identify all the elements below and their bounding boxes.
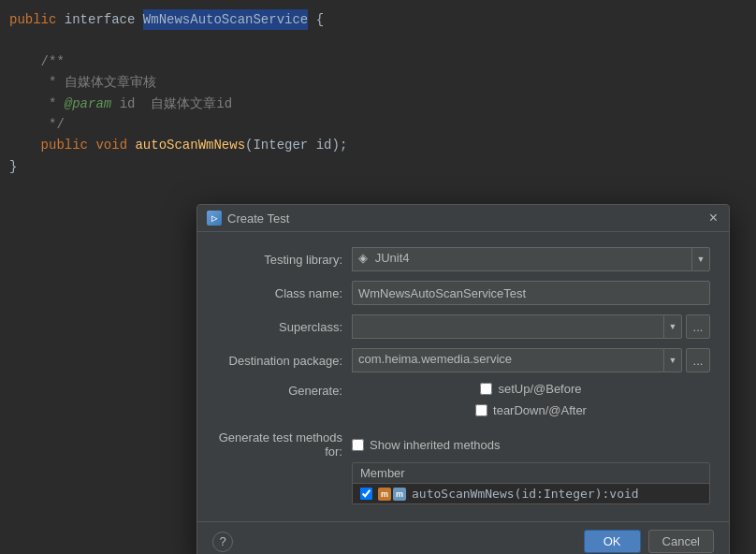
close-brace: } [9, 156, 17, 177]
code-line-jdoc2: * 自媒体文章审核 [0, 72, 756, 93]
member-table-header: Member [353, 463, 709, 484]
superclass-control: ▼ ... [352, 314, 710, 339]
class-name-row: Class name: [216, 281, 710, 305]
code-line-jdoc4: */ [0, 114, 756, 135]
junit-icon: ▷ [207, 211, 222, 226]
code-line-closebrace: } [0, 156, 756, 177]
dest-package-value: com.heima.wemedia.service [352, 348, 663, 372]
method-signature: autoScanWmNews(id:Integer):void [412, 487, 639, 501]
superclass-row: Superclass: ▼ ... [216, 314, 710, 339]
dialog-footer: ? OK Cancel [197, 521, 729, 554]
dest-package-select-wrap[interactable]: com.heima.wemedia.service ▼ [352, 348, 682, 372]
dialog-titlebar: ▷ Create Test × [197, 205, 729, 232]
destination-package-label: Destination package: [216, 354, 352, 368]
keyword-public: public [9, 9, 65, 30]
class-name-input[interactable] [352, 281, 710, 305]
teardown-label: tearDown/@After [493, 403, 587, 417]
show-inherited-wrap: Show inherited methods [352, 438, 500, 452]
footer-buttons: OK Cancel [584, 530, 714, 553]
dest-package-display: com.heima.wemedia.service [358, 352, 512, 366]
generate-row: Generate: setUp/@Before tearDown/@After [216, 382, 710, 421]
method-icons: m m [378, 488, 406, 501]
code-line-method: public void autoScanWmNews(Integer id); [0, 135, 756, 155]
superclass-select-wrap[interactable]: ▼ [352, 314, 682, 339]
code-line-1: public interface WmNewsAutoScanService { [0, 9, 756, 30]
code-line-jdoc3: * @param id 自媒体文章id [0, 94, 756, 114]
generate-test-label: Generate test methods for: [216, 430, 352, 459]
dialog-close-button[interactable]: × [707, 211, 720, 226]
superclass-dropdown-arrow[interactable]: ▼ [663, 314, 682, 339]
param-tag: @param [65, 94, 111, 114]
superclass-label: Superclass: [216, 320, 352, 334]
member-table-section: Member m m autoScanWmNews(id:Integer):vo… [216, 462, 710, 504]
testing-library-value: ◈ JUnit4 [352, 247, 691, 271]
testing-library-control: ◈ JUnit4 ▼ [352, 247, 710, 271]
keyword-interface: interface [65, 9, 143, 30]
class-name-control [352, 281, 710, 305]
show-inherited-checkbox[interactable] [352, 439, 364, 451]
dest-package-dropdown-arrow[interactable]: ▼ [663, 348, 682, 372]
destination-package-control: com.heima.wemedia.service ▼ ... [352, 348, 710, 372]
comment-text: id 自媒体文章id [111, 94, 232, 114]
class-name-label: Class name: [216, 286, 352, 300]
testing-library-select-wrap[interactable]: ◈ JUnit4 ▼ [352, 247, 710, 271]
teardown-checkbox-row: tearDown/@After [475, 403, 587, 417]
dialog-app-icon: ▷ [207, 211, 222, 226]
keyword-public2: public [9, 135, 95, 155]
create-test-dialog: ▷ Create Test × Testing library: ◈ JUnit… [196, 204, 730, 554]
testing-library-row: Testing library: ◈ JUnit4 ▼ [216, 247, 710, 271]
method-params: (Integer id); [245, 135, 347, 155]
superclass-dots-button[interactable]: ... [686, 314, 710, 339]
ok-button[interactable]: OK [584, 530, 641, 553]
generate-label: Generate: [216, 382, 352, 398]
m-icon: m [378, 488, 391, 501]
setup-label: setUp/@Before [498, 382, 581, 396]
comment-text: /** [9, 51, 65, 72]
dialog-title-text: Create Test [227, 211, 289, 226]
testing-library-dropdown-arrow[interactable]: ▼ [691, 247, 710, 271]
table-row: m m autoScanWmNews(id:Integer):void [353, 484, 709, 503]
destination-package-row: Destination package: com.heima.wemedia.s… [216, 348, 710, 372]
teardown-checkbox[interactable] [475, 404, 487, 416]
code-line-jdoc1: /** [0, 51, 756, 72]
open-brace: { [308, 9, 324, 30]
keyword-void: void [95, 135, 135, 155]
testing-library-label: Testing library: [216, 253, 352, 267]
dialog-body: Testing library: ◈ JUnit4 ▼ Class name: … [197, 232, 729, 514]
interface-name: WmNewsAutoScanService [143, 9, 308, 30]
show-inherited-label: Show inherited methods [370, 438, 500, 452]
comment-text: */ [9, 114, 65, 135]
member-table: Member m m autoScanWmNews(id:Integer):vo… [352, 462, 710, 504]
method-checkbox[interactable] [360, 488, 372, 500]
generate-test-methods-row: Generate test methods for: Show inherite… [216, 430, 710, 459]
cancel-button[interactable]: Cancel [648, 530, 714, 553]
setup-checkbox[interactable] [480, 383, 492, 395]
generate-checkboxes: setUp/@Before tearDown/@After [352, 382, 710, 421]
member-column-label: Member [360, 466, 405, 480]
junit-badge-icon: ◈ [358, 251, 368, 265]
testing-library-display: JUnit4 [375, 251, 410, 265]
method-name: autoScanWmNews [135, 135, 245, 155]
comment-text: * [9, 94, 65, 114]
comment-text: * 自媒体文章审核 [9, 72, 156, 93]
dest-package-dots-button[interactable]: ... [686, 348, 710, 372]
m2-icon: m [393, 488, 406, 501]
help-button[interactable]: ? [212, 532, 233, 552]
code-line-blank [0, 30, 756, 51]
setup-checkbox-row: setUp/@Before [480, 382, 581, 396]
dialog-title-section: ▷ Create Test [207, 211, 289, 226]
superclass-value [352, 314, 663, 339]
